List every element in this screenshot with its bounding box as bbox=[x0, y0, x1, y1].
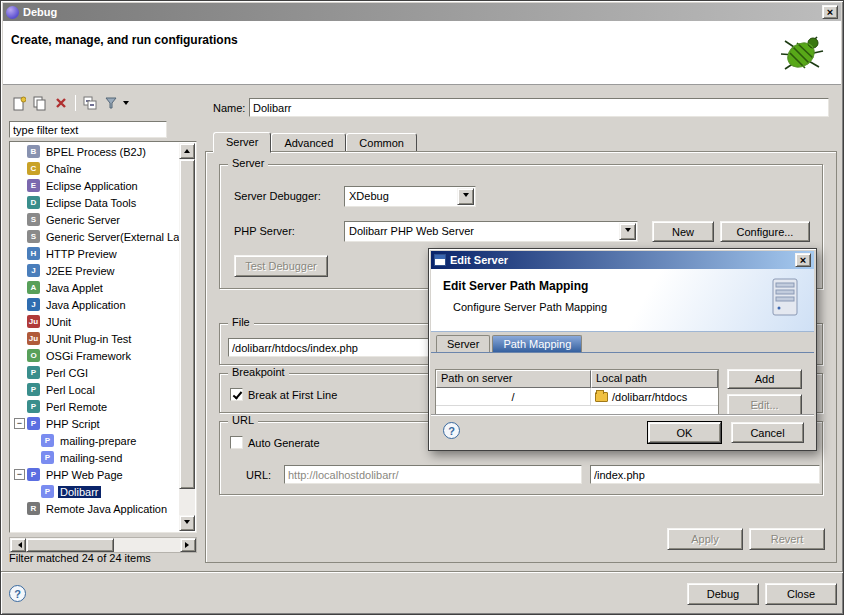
tree-item-perl-remote[interactable]: PPerl Remote bbox=[11, 398, 179, 415]
tree-item-java-application[interactable]: JJava Application bbox=[11, 296, 179, 313]
path-mapping-table: Path on server Local path //dolibarr/htd… bbox=[435, 369, 719, 414]
title-bar[interactable]: Debug × bbox=[3, 3, 841, 21]
break-first-line-checkbox[interactable] bbox=[230, 388, 243, 401]
tree-item-eclipse-application[interactable]: EEclipse Application bbox=[11, 177, 179, 194]
config-tree-box: BBPEL Process (B2J)CChaîneEEclipse Appli… bbox=[9, 141, 197, 533]
tree-item-osgi-framework[interactable]: OOSGi Framework bbox=[11, 347, 179, 364]
url-base-input[interactable] bbox=[285, 466, 581, 483]
revert-button[interactable]: Revert bbox=[749, 528, 825, 550]
chevron-down-icon[interactable] bbox=[619, 223, 636, 240]
php-server-select[interactable]: Dolibarr PHP Web Server bbox=[344, 221, 638, 242]
configurations-panel: BBPEL Process (B2J)CChaîneEEclipse Appli… bbox=[9, 91, 197, 563]
tree-item-label: Perl Local bbox=[44, 384, 97, 396]
tree-item-generic-server-external-la[interactable]: SGeneric Server(External La bbox=[11, 228, 179, 245]
local-path-header[interactable]: Local path bbox=[591, 370, 718, 388]
expander-spacer bbox=[28, 435, 39, 446]
dialog-close-icon[interactable]: × bbox=[795, 253, 811, 267]
collapse-toggle-icon[interactable]: − bbox=[14, 469, 25, 480]
help-button[interactable]: ? bbox=[9, 585, 26, 602]
tree-item-eclipse-data-tools[interactable]: DEclipse Data Tools bbox=[11, 194, 179, 211]
tree-item-remote-java-application[interactable]: RRemote Java Application bbox=[11, 500, 179, 517]
path-on-server-header[interactable]: Path on server bbox=[436, 370, 591, 388]
test-debugger-button[interactable]: Test Debugger bbox=[234, 255, 328, 277]
dialog-header: Edit Server Path Mapping Configure Serve… bbox=[431, 269, 814, 332]
tree-item-label: HTTP Preview bbox=[44, 248, 119, 260]
vertical-scroll-thumb[interactable] bbox=[179, 159, 195, 489]
horizontal-scroll-thumb[interactable] bbox=[26, 538, 114, 552]
edit-mapping-button[interactable]: Edit... bbox=[727, 394, 802, 414]
tree-item-http-preview[interactable]: HHTTP Preview bbox=[11, 245, 179, 262]
config-tabs: Server Advanced Common bbox=[213, 131, 417, 152]
tree-item-mailing-send[interactable]: Pmailing-send bbox=[11, 449, 179, 466]
tree-horizontal-scrollbar[interactable] bbox=[9, 537, 197, 553]
tab-server[interactable]: Server bbox=[213, 132, 271, 153]
chevron-down-icon[interactable] bbox=[457, 188, 474, 205]
configure-server-button[interactable]: Configure... bbox=[720, 221, 810, 242]
tree-item-label: BPEL Process (B2J) bbox=[44, 146, 148, 158]
scroll-right-icon[interactable] bbox=[180, 538, 196, 552]
debug-button[interactable]: Debug bbox=[687, 583, 759, 605]
close-icon[interactable]: × bbox=[822, 5, 838, 19]
auto-generate-label: Auto Generate bbox=[248, 437, 320, 449]
ok-button[interactable]: OK bbox=[648, 422, 721, 443]
scroll-up-icon[interactable] bbox=[179, 143, 195, 159]
server-group-title: Server bbox=[228, 157, 268, 169]
tree-item-cha-ne[interactable]: CChaîne bbox=[11, 160, 179, 177]
filter-icon[interactable] bbox=[102, 94, 120, 112]
new-server-button[interactable]: New bbox=[652, 221, 714, 242]
tree-item-php-script[interactable]: −PPHP Script bbox=[11, 415, 179, 432]
apply-button[interactable]: Apply bbox=[667, 528, 743, 550]
tree-item-generic-server[interactable]: SGeneric Server bbox=[11, 211, 179, 228]
tree-item-junit-plug-in-test[interactable]: JuJUnit Plug-in Test bbox=[11, 330, 179, 347]
tree-item-mailing-prepare[interactable]: Pmailing-prepare bbox=[11, 432, 179, 449]
tree-item-perl-cgi[interactable]: PPerl CGI bbox=[11, 364, 179, 381]
expander-spacer bbox=[14, 197, 25, 208]
tree-item-junit[interactable]: JuJUnit bbox=[11, 313, 179, 330]
filter-input[interactable] bbox=[10, 122, 166, 137]
close-button[interactable]: Close bbox=[765, 583, 837, 605]
url-path-input[interactable] bbox=[591, 466, 819, 483]
delete-icon[interactable] bbox=[52, 94, 70, 112]
dialog-tab-server[interactable]: Server bbox=[436, 335, 490, 352]
tree-item-bpel-process-b2j[interactable]: BBPEL Process (B2J) bbox=[11, 143, 179, 160]
dialog-title-bar[interactable]: Edit Server × bbox=[431, 251, 814, 269]
new-config-icon[interactable] bbox=[10, 94, 28, 112]
tree-item-label: Java Applet bbox=[44, 282, 105, 294]
auto-generate-checkbox[interactable] bbox=[230, 436, 243, 449]
dialog-help-button[interactable]: ? bbox=[443, 422, 460, 439]
tree-item-dolibarr[interactable]: PDolibarr bbox=[11, 483, 179, 500]
tree-item-java-applet[interactable]: AJava Applet bbox=[11, 279, 179, 296]
expander-spacer bbox=[14, 282, 25, 293]
dialog-tab-path-mapping[interactable]: Path Mapping bbox=[492, 335, 582, 352]
expander-spacer bbox=[28, 452, 39, 463]
perl-icon: P bbox=[27, 383, 40, 396]
tree-vertical-scrollbar[interactable] bbox=[179, 143, 195, 531]
cancel-button[interactable]: Cancel bbox=[731, 422, 804, 443]
tree-item-label: Perl Remote bbox=[44, 401, 109, 413]
name-input[interactable] bbox=[250, 99, 828, 116]
tree-item-perl-local[interactable]: PPerl Local bbox=[11, 381, 179, 398]
expander-spacer bbox=[14, 163, 25, 174]
expander-spacer bbox=[14, 350, 25, 361]
tab-advanced[interactable]: Advanced bbox=[271, 133, 346, 152]
duplicate-icon[interactable] bbox=[31, 94, 49, 112]
add-mapping-button[interactable]: Add bbox=[727, 369, 802, 389]
tree-item-j2ee-preview[interactable]: JJ2EE Preview bbox=[11, 262, 179, 279]
collapse-all-icon[interactable] bbox=[81, 94, 99, 112]
tree-item-label: PHP Web Page bbox=[44, 469, 125, 481]
tree-item-label: Generic Server bbox=[44, 214, 122, 226]
server-debugger-select[interactable]: XDebug bbox=[344, 186, 476, 207]
toolbar-menu-chevron-icon[interactable] bbox=[123, 101, 129, 108]
expander-spacer bbox=[14, 299, 25, 310]
collapse-toggle-icon[interactable]: − bbox=[14, 418, 25, 429]
name-label: Name: bbox=[213, 102, 245, 114]
mapping-table-rows: //dolibarr/htdocs bbox=[436, 388, 718, 406]
name-field-wrap bbox=[249, 98, 829, 117]
tab-common[interactable]: Common bbox=[346, 133, 417, 152]
mapping-row[interactable]: //dolibarr/htdocs bbox=[436, 388, 718, 406]
tree-item-php-web-page[interactable]: −PPHP Web Page bbox=[11, 466, 179, 483]
scroll-down-icon[interactable] bbox=[179, 515, 195, 531]
dialog-tabs: Server Path Mapping bbox=[431, 333, 814, 353]
tree-item-label: Chaîne bbox=[44, 163, 83, 175]
scroll-left-icon[interactable] bbox=[10, 538, 26, 552]
